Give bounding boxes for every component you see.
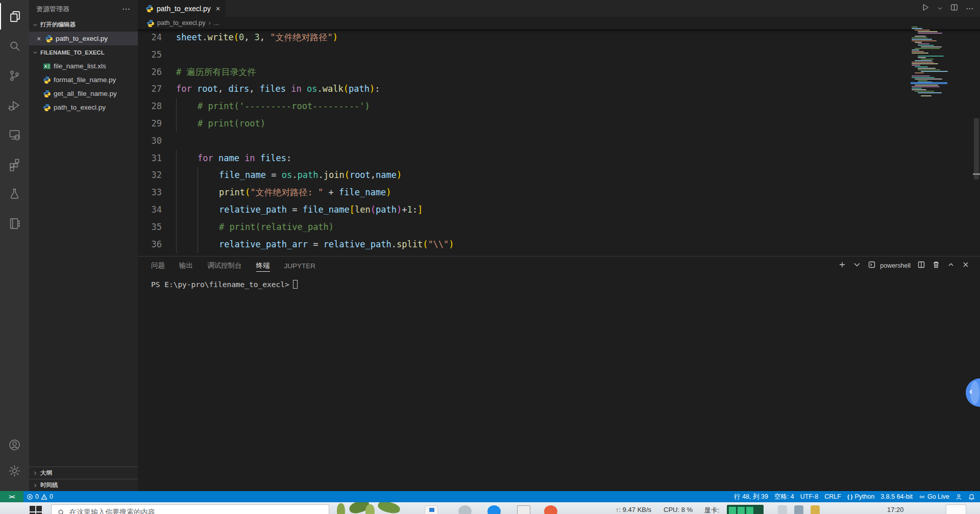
file-item[interactable]: Xfile_name_list.xls xyxy=(29,59,138,73)
search-icon[interactable] xyxy=(0,33,29,59)
file-item[interactable]: get_all_file_name.py xyxy=(29,87,138,100)
manage-icon[interactable] xyxy=(0,457,29,484)
encoding[interactable]: UTF-8 xyxy=(797,491,821,502)
open-editor-label: path_to_execl.py xyxy=(56,35,108,42)
indentation[interactable]: 空格: 4 xyxy=(771,491,797,502)
panel-tab-终端[interactable]: 终端 xyxy=(256,256,270,275)
folder-header[interactable]: FILENAME_TO_EXECL xyxy=(29,45,138,59)
panel-tab-调试控制台[interactable]: 调试控制台 xyxy=(207,256,242,275)
tray-icon[interactable] xyxy=(794,505,803,514)
sidebar-title: 资源管理器 xyxy=(36,5,69,14)
problems-status[interactable]: 0 0 xyxy=(23,491,56,502)
extensions-icon[interactable] xyxy=(0,151,29,177)
code-line[interactable]: 31 for name in files: xyxy=(138,150,909,167)
broadcast-icon xyxy=(919,494,925,500)
terminal-cursor xyxy=(293,280,298,289)
open-editor-item-path-to-execl[interactable]: × path_to_execl.py xyxy=(29,32,138,45)
tray-icon[interactable] xyxy=(811,505,820,514)
editor-actions: ⋯ xyxy=(921,0,974,17)
run-and-debug-icon[interactable] xyxy=(0,92,29,118)
minimap-current-line xyxy=(911,82,947,84)
python-file-icon xyxy=(43,76,51,84)
powershell-icon[interactable] xyxy=(868,261,876,271)
terminal-shell-label[interactable]: powershell xyxy=(880,262,911,269)
taskbar-app-icon[interactable] xyxy=(517,505,530,514)
taskbar-app-icon[interactable] xyxy=(544,505,557,514)
kill-terminal-icon[interactable] xyxy=(932,261,940,271)
remote-explorer-icon[interactable] xyxy=(0,121,29,148)
feedback-icon[interactable] xyxy=(952,491,965,502)
panel-tab-问题[interactable]: 问题 xyxy=(151,256,165,275)
run-dropdown-chevron-icon[interactable] xyxy=(937,4,943,13)
code-line[interactable]: 35 # print(relative_path) xyxy=(138,219,909,236)
close-icon[interactable]: × xyxy=(34,35,43,43)
code-line[interactable]: 29 # print(root) xyxy=(138,115,909,133)
windows-taskbar: 在这里输入你要搜索的内容 ↑: 9.47 KB/s CPU: 8 % 显卡: 1… xyxy=(0,502,980,514)
terminal[interactable]: PS E:\py-pro\filename_to_execl> xyxy=(151,280,298,289)
code-line[interactable]: 34 relative_path = file_name[len(path)+1… xyxy=(138,201,909,219)
code-line[interactable]: 26# 遍历所有目录文件 xyxy=(138,64,909,81)
timeline-section-header[interactable]: 时间线 xyxy=(29,479,138,491)
bottom-panel: 问题输出调试控制台终端JUPYTER powershell PS E:\py-p… xyxy=(138,256,980,491)
taskbar-app-icon[interactable] xyxy=(425,505,438,514)
notifications-bell-icon[interactable] xyxy=(965,491,978,502)
new-terminal-icon[interactable] xyxy=(838,261,846,271)
panel-tab-输出[interactable]: 输出 xyxy=(179,256,193,275)
open-editors-header[interactable]: 打开的编辑器 xyxy=(29,18,138,32)
file-tree: Xfile_name_list.xlsformat_file_name.pyge… xyxy=(29,59,138,114)
maximize-panel-icon[interactable] xyxy=(947,261,955,271)
notebook-icon[interactable] xyxy=(0,210,29,237)
more-actions-icon[interactable]: ⋯ xyxy=(966,4,974,13)
go-live-button[interactable]: Go Live xyxy=(916,491,952,502)
chevron-down-icon[interactable] xyxy=(853,261,861,271)
breadcrumb[interactable]: path_to_execl.py › ... xyxy=(138,17,980,29)
chevron-down-icon xyxy=(31,48,39,57)
split-terminal-icon[interactable] xyxy=(917,261,925,271)
editor-group: path_to_execl.py × ⋯ path_to_execl.py › … xyxy=(138,0,980,256)
outline-section-header[interactable]: 大纲 xyxy=(29,467,138,479)
source-control-icon[interactable] xyxy=(0,62,29,89)
cpu-usage: CPU: 8 % xyxy=(664,506,693,513)
breadcrumb-more[interactable]: ... xyxy=(214,19,219,27)
split-editor-icon[interactable] xyxy=(950,3,959,14)
language-mode[interactable]: { } Python xyxy=(844,491,877,502)
search-placeholder: 在这里输入你要搜索的内容 xyxy=(69,508,155,514)
python-interpreter[interactable]: 3.8.5 64-bit xyxy=(877,491,916,502)
run-python-file-button[interactable] xyxy=(921,3,930,14)
tray-window[interactable] xyxy=(946,504,966,514)
code-line[interactable]: 24sheet.write(0, 3, "文件绝对路径") xyxy=(138,29,909,46)
gpu-meter xyxy=(727,505,764,514)
cursor-position[interactable]: 行 48, 列 39 xyxy=(731,491,771,502)
code-line[interactable]: 28 # print('---------root---------') xyxy=(138,98,909,115)
taskbar-app-icon[interactable] xyxy=(458,505,472,514)
explorer-icon[interactable] xyxy=(0,3,29,30)
code-line[interactable]: 32 file_name = os.path.join(root,name) xyxy=(138,167,909,184)
chevron-down-icon xyxy=(31,21,39,29)
code-editor[interactable]: 24sheet.write(0, 3, "文件绝对路径")2526# 遍历所有目… xyxy=(138,29,909,256)
activity-bar xyxy=(0,0,29,491)
file-item[interactable]: path_to_execl.py xyxy=(29,100,138,114)
editor-scrollbar[interactable] xyxy=(973,29,980,256)
net-speed: ↑: 9.47 KB/s xyxy=(616,506,651,513)
code-line[interactable]: 25 xyxy=(138,46,909,64)
panel-tab-JUPYTER[interactable]: JUPYTER xyxy=(284,256,316,275)
accounts-icon[interactable] xyxy=(0,431,29,458)
code-line[interactable]: 30 xyxy=(138,133,909,150)
start-button[interactable] xyxy=(30,506,42,514)
file-item[interactable]: format_file_name.py xyxy=(29,73,138,87)
test-icon[interactable] xyxy=(0,181,29,207)
sidebar-header: 资源管理器 ⋯ xyxy=(29,0,138,18)
code-line[interactable]: 36 relative_path_arr = relative_path.spl… xyxy=(138,236,909,253)
more-actions-icon[interactable]: ⋯ xyxy=(122,4,131,14)
taskbar-app-icon[interactable] xyxy=(487,505,501,514)
code-line[interactable]: 27for root, dirs, files in os.walk(path)… xyxy=(138,81,909,98)
tab-path-to-execl[interactable]: path_to_execl.py × xyxy=(138,0,226,17)
taskbar-search-box[interactable]: 在这里输入你要搜索的内容 xyxy=(51,504,329,514)
code-line[interactable]: 33 print("文件绝对路径: " + file_name) xyxy=(138,184,909,201)
close-icon[interactable]: × xyxy=(216,4,220,13)
eol-sequence[interactable]: CRLF xyxy=(821,491,844,502)
remote-indicator[interactable]: >< xyxy=(0,491,23,502)
tray-icon[interactable] xyxy=(778,505,787,514)
minimap[interactable] xyxy=(912,27,946,103)
close-panel-icon[interactable] xyxy=(962,261,970,271)
